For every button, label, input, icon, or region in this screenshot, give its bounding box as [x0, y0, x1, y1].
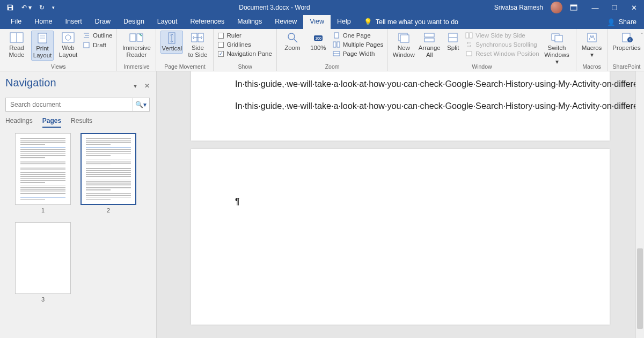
search-button[interactable]: 🔍▾ — [132, 98, 149, 111]
save-icon[interactable] — [6, 4, 14, 11]
svg-rect-24 — [333, 42, 336, 47]
page-width-icon — [333, 50, 340, 57]
avatar[interactable] — [551, 2, 562, 13]
web-layout-button[interactable]: Web Layout — [57, 31, 79, 60]
page-thumbnail-1[interactable]: 1 — [15, 133, 71, 214]
draft-button[interactable]: Draft — [83, 41, 112, 49]
page-number-2: 2 — [80, 207, 136, 214]
share-icon: 👤 — [607, 18, 616, 26]
new-window-button[interactable]: New Window — [392, 31, 415, 60]
outline-button[interactable]: Outline — [83, 32, 112, 39]
tab-file[interactable]: File — [4, 15, 28, 29]
share-button[interactable]: 👤Share — [607, 15, 644, 29]
sync-scrolling-button: Synchronous Scrolling — [465, 41, 539, 48]
web-layout-label: Web Layout — [59, 45, 78, 58]
split-button[interactable]: Split — [444, 31, 462, 53]
vertical-scrollbar[interactable] — [635, 71, 644, 338]
zoom-button[interactable]: Zoom — [281, 31, 304, 53]
zoom-100-button[interactable]: 100 100% — [307, 31, 330, 53]
read-mode-label: Read Mode — [9, 45, 25, 58]
switch-windows-button[interactable]: Switch Windows ▾ — [543, 31, 572, 67]
tab-references[interactable]: References — [184, 15, 231, 29]
arrange-all-label: Arrange All — [419, 45, 441, 58]
svg-rect-33 — [466, 33, 469, 38]
group-label-window: Window — [388, 63, 575, 70]
ruler-checkbox[interactable]: Ruler — [218, 32, 241, 39]
macros-button[interactable]: Macros▾ — [581, 31, 603, 60]
multiple-pages-button[interactable]: Multiple Pages — [333, 41, 383, 48]
immersive-reader-icon — [129, 32, 144, 43]
nav-tab-pages[interactable]: Pages — [42, 117, 61, 128]
immersive-reader-label: Immersive Reader — [122, 45, 151, 58]
print-layout-button[interactable]: Print Layout — [31, 31, 54, 61]
page-width-button[interactable]: Page Width — [333, 50, 383, 57]
properties-button[interactable]: S Properties — [612, 31, 641, 53]
page-number-1: 1 — [15, 207, 71, 214]
print-layout-icon — [35, 32, 50, 44]
one-page-button[interactable]: One Page — [333, 32, 383, 39]
arrange-all-icon — [422, 32, 437, 43]
checkbox-icon — [218, 42, 224, 48]
navigation-pane-checkbox[interactable]: ✓Navigation Pane — [218, 50, 272, 57]
svg-rect-25 — [337, 42, 340, 47]
svg-text:100: 100 — [315, 36, 321, 40]
side-to-side-label: Side to Side — [188, 45, 208, 58]
search-input[interactable] — [6, 98, 132, 111]
nav-tab-results[interactable]: Results — [71, 117, 92, 128]
svg-rect-14 — [130, 34, 136, 41]
redo-icon[interactable]: ↻ — [39, 4, 45, 11]
group-label-show: Show — [214, 63, 276, 70]
tell-me[interactable]: 💡Tell me what you want to do — [357, 15, 465, 29]
tab-mailings[interactable]: Mailings — [231, 15, 268, 29]
macros-label: Macros▾ — [582, 45, 602, 58]
svg-rect-30 — [425, 38, 434, 42]
svg-text:S: S — [628, 38, 631, 42]
reset-window-label: Reset Window Position — [475, 50, 539, 57]
undo-icon[interactable]: ↶ ▾ — [21, 4, 32, 11]
close-icon[interactable]: ✕ — [628, 4, 640, 12]
tab-view[interactable]: View — [303, 15, 331, 29]
switch-windows-label: Switch Windows ▾ — [543, 45, 571, 66]
draft-label: Draft — [93, 42, 106, 48]
gridlines-checkbox[interactable]: Gridlines — [218, 41, 251, 48]
svg-rect-29 — [425, 33, 434, 37]
side-to-side-icon — [190, 32, 205, 43]
user-name[interactable]: Srivatsa Ramesh — [494, 4, 543, 11]
maximize-icon[interactable]: ☐ — [609, 4, 620, 12]
side-by-side-icon — [465, 32, 473, 39]
group-label-sharepoint: SharePoint — [608, 63, 644, 70]
group-label-immersive: Immersive — [117, 63, 156, 70]
search-input-container: 🔍▾ — [5, 98, 150, 112]
tab-layout[interactable]: Layout — [151, 15, 184, 29]
tab-home[interactable]: Home — [28, 15, 58, 29]
arrange-all-button[interactable]: Arrange All — [418, 31, 441, 60]
scrollbar-thumb[interactable] — [637, 248, 643, 329]
page-thumbnail-3[interactable]: 3 — [15, 222, 71, 303]
side-by-side-label: View Side by Side — [475, 32, 525, 39]
nav-dropdown-icon[interactable]: ▾ — [134, 82, 137, 90]
tab-design[interactable]: Design — [117, 15, 151, 29]
tab-help[interactable]: Help — [331, 15, 357, 29]
page-number-3: 3 — [15, 296, 71, 303]
macros-icon — [584, 32, 599, 43]
group-label-views: Views — [0, 63, 116, 70]
tab-draw[interactable]: Draw — [89, 15, 117, 29]
page-thumbnail-2[interactable]: 2 — [80, 133, 136, 214]
minimize-icon[interactable]: — — [589, 4, 601, 12]
svg-rect-1 — [570, 5, 577, 6]
vertical-button[interactable]: Vertical — [160, 31, 183, 54]
split-icon — [445, 32, 460, 43]
immersive-reader-button[interactable]: Immersive Reader — [121, 31, 151, 60]
tab-review[interactable]: Review — [268, 15, 303, 29]
nav-tab-headings[interactable]: Headings — [5, 117, 33, 128]
nav-close-icon[interactable]: ✕ — [144, 82, 150, 90]
tab-insert[interactable]: Insert — [59, 15, 89, 29]
read-mode-button[interactable]: Read Mode — [5, 31, 28, 60]
document-area[interactable]: In·this·guide,·we·will·take·a·look·at·ho… — [157, 71, 644, 338]
checkbox-icon — [218, 33, 224, 39]
sync-icon — [465, 41, 473, 48]
zoom-100-icon: 100 — [311, 32, 326, 43]
collapse-ribbon-icon[interactable]: ˄ — [641, 32, 643, 38]
ribbon-display-icon[interactable] — [570, 4, 582, 11]
side-to-side-button[interactable]: Side to Side — [186, 31, 209, 60]
